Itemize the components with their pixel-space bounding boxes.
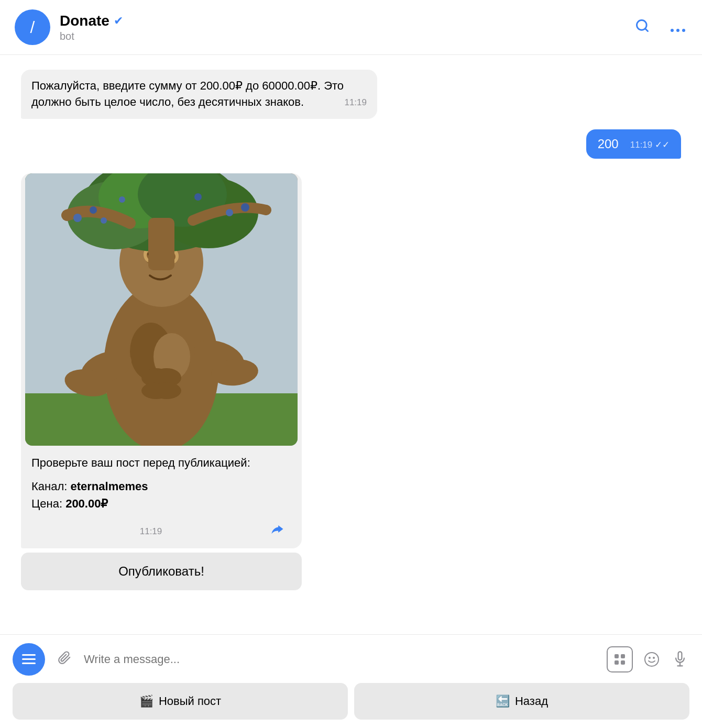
- new-post-label: Новый пост: [159, 694, 221, 708]
- user-bubble-1: 200 11:19 ✓✓: [586, 129, 681, 159]
- publish-button[interactable]: Опубликовать!: [21, 553, 302, 590]
- more-button[interactable]: [668, 17, 687, 38]
- header-actions: [633, 16, 687, 39]
- svg-point-36: [90, 206, 97, 214]
- svg-rect-46: [621, 654, 625, 658]
- svg-point-50: [649, 657, 651, 659]
- chat-area: Пожалуйста, введите сумму от 200.00₽ до …: [0, 55, 702, 634]
- message-row-user-1: 200 11:19 ✓✓: [21, 129, 681, 159]
- svg-rect-34: [148, 218, 174, 270]
- svg-point-4: [682, 29, 685, 32]
- svg-rect-48: [621, 660, 625, 665]
- user-message-time-1: 11:19 ✓✓: [630, 139, 670, 150]
- bot-card-footer: 11:19: [21, 520, 302, 548]
- bot-message-time-1: 11:19: [344, 96, 367, 109]
- back-button[interactable]: 🔙 Назад: [354, 683, 689, 720]
- sticker-button[interactable]: [641, 649, 662, 670]
- header-name-row: Donate ✔: [60, 13, 633, 29]
- read-checkmarks: ✓✓: [655, 140, 670, 150]
- svg-point-41: [194, 193, 202, 201]
- price-label: Цена:: [31, 497, 62, 510]
- svg-rect-43: [22, 658, 36, 660]
- svg-point-13: [152, 382, 181, 399]
- bot-avatar: /: [15, 9, 50, 45]
- bot-card-image: [25, 173, 298, 446]
- bot-name: Donate: [60, 13, 109, 29]
- new-post-emoji: 🎬: [139, 694, 153, 708]
- bot-subtitle: bot: [60, 30, 633, 42]
- svg-line-1: [645, 28, 648, 31]
- svg-point-39: [241, 203, 249, 212]
- price-value: 200.00₽: [65, 497, 108, 510]
- svg-point-51: [653, 657, 655, 659]
- svg-rect-52: [678, 652, 682, 660]
- channel-label: Канал:: [31, 480, 67, 493]
- svg-point-2: [671, 29, 674, 32]
- apps-button[interactable]: [607, 646, 633, 672]
- input-right-icons: [607, 646, 689, 672]
- bot-message-text-1: Пожалуйста, введите сумму от 200.00₽ до …: [31, 79, 344, 108]
- search-button[interactable]: [633, 16, 652, 39]
- svg-point-37: [101, 217, 107, 224]
- forward-button[interactable]: [264, 520, 291, 542]
- publish-btn-row: Опубликовать!: [21, 553, 302, 590]
- message-input[interactable]: [84, 653, 598, 666]
- bot-bubble-1: Пожалуйста, введите сумму от 200.00₽ до …: [21, 70, 377, 119]
- bot-card: Проверьте ваш пост перед публикацией: Ка…: [21, 173, 302, 548]
- menu-button[interactable]: [13, 643, 45, 676]
- message-row-bot-card: Проверьте ваш пост перед публикацией: Ка…: [21, 169, 681, 590]
- voice-button[interactable]: [671, 648, 689, 670]
- chat-header: / Donate ✔ bot: [0, 0, 702, 55]
- attach-button[interactable]: [53, 648, 75, 671]
- message-row-bot-1: Пожалуйста, введите сумму от 200.00₽ до …: [21, 70, 681, 119]
- svg-rect-42: [22, 654, 36, 656]
- channel-name: eternalmemes: [71, 480, 148, 493]
- header-info: Donate ✔ bot: [60, 13, 633, 42]
- bot-card-channel-row: Канал: eternalmemes: [31, 478, 291, 495]
- bot-card-time: 11:19: [140, 526, 162, 537]
- svg-point-40: [119, 196, 125, 203]
- svg-rect-47: [615, 660, 619, 665]
- new-post-button[interactable]: 🎬 Новый пост: [13, 683, 348, 720]
- back-label: Назад: [515, 694, 548, 708]
- bot-card-text: Проверьте ваш пост перед публикацией: Ка…: [21, 446, 302, 520]
- user-message-text-1: 200: [598, 137, 619, 151]
- svg-point-35: [73, 214, 82, 222]
- bot-card-price-row: Цена: 200.00₽: [31, 495, 291, 512]
- bot-card-caption: Проверьте ваш пост перед публикацией:: [31, 454, 291, 471]
- svg-point-38: [226, 209, 233, 216]
- bottom-buttons: 🎬 Новый пост 🔙 Назад: [13, 683, 689, 720]
- avatar-letter: /: [30, 18, 35, 37]
- input-area: 🎬 Новый пост 🔙 Назад: [0, 634, 702, 728]
- svg-point-49: [645, 653, 659, 666]
- back-emoji: 🔙: [496, 694, 510, 708]
- verified-icon: ✔: [114, 14, 123, 28]
- svg-rect-45: [615, 654, 619, 658]
- input-row: [13, 643, 689, 676]
- svg-rect-44: [22, 663, 36, 664]
- svg-point-3: [676, 29, 679, 32]
